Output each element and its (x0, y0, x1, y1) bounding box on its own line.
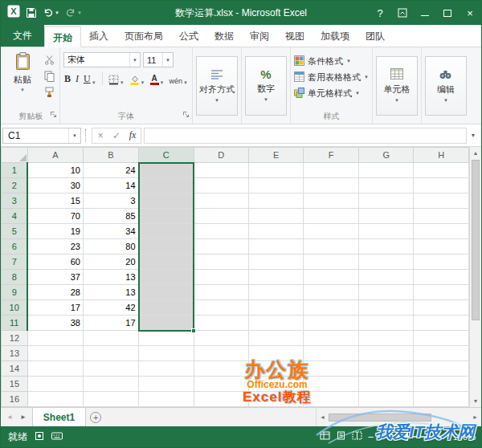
cell-E8[interactable] (249, 270, 304, 285)
cell-E6[interactable] (249, 239, 304, 255)
cell-C15[interactable] (139, 377, 194, 392)
format-as-table-button[interactable]: 套用表格格式 ▼ (294, 70, 369, 84)
cell-D15[interactable] (194, 377, 248, 392)
row-header-14[interactable]: 14 (2, 361, 28, 377)
cell-F2[interactable] (304, 178, 358, 193)
cell-F4[interactable] (304, 209, 358, 224)
excel-app-icon[interactable]: X (7, 5, 20, 21)
cell-E7[interactable] (249, 255, 304, 270)
sheet-nav-next-icon[interactable]: ► (20, 413, 27, 421)
cell-G15[interactable] (358, 377, 414, 392)
cell-E16[interactable] (249, 392, 304, 407)
cell-A17[interactable] (27, 407, 83, 408)
tab-addins[interactable]: 加载项 (312, 26, 357, 47)
tab-page-layout[interactable]: 页面布局 (116, 26, 171, 47)
row-header-3[interactable]: 3 (2, 193, 28, 209)
row-header-11[interactable]: 11 (2, 316, 28, 331)
cell-B15[interactable] (83, 377, 138, 392)
zoom-out-icon[interactable]: − (368, 432, 374, 442)
cell-D17[interactable] (194, 407, 248, 408)
sheet-nav-prev-icon[interactable]: ◄ (6, 413, 13, 421)
cell-G17[interactable] (358, 407, 414, 408)
column-header-A[interactable]: A (27, 148, 83, 163)
cell-H6[interactable] (414, 239, 469, 255)
cell-H10[interactable] (414, 300, 469, 316)
tab-formulas[interactable]: 公式 (171, 26, 206, 47)
column-header-B[interactable]: B (83, 148, 138, 163)
cell-G6[interactable] (358, 239, 414, 255)
cell-G11[interactable] (358, 316, 414, 331)
name-box-dropdown-icon[interactable]: ▼ (68, 128, 80, 143)
cell-A6[interactable]: 23 (27, 239, 83, 255)
cell-H2[interactable] (414, 178, 469, 193)
cell-B6[interactable]: 80 (83, 239, 138, 255)
vertical-scrollbar-thumb[interactable] (472, 160, 480, 320)
italic-button[interactable]: I (75, 71, 80, 85)
tab-file[interactable]: 文件 (1, 25, 44, 47)
formula-input[interactable] (144, 128, 467, 144)
cell-E4[interactable] (249, 209, 304, 224)
phonetic-guide-button[interactable]: wén ▼ (169, 71, 189, 85)
horizontal-scrollbar-thumb[interactable] (329, 413, 431, 422)
cell-G7[interactable] (358, 255, 414, 270)
cell-G8[interactable] (358, 270, 414, 285)
cell-A11[interactable]: 38 (27, 316, 83, 331)
cell-C13[interactable] (139, 346, 194, 361)
paste-button[interactable]: 粘贴 ▼ (6, 51, 39, 111)
cell-F13[interactable] (304, 346, 358, 361)
cell-E13[interactable] (249, 346, 304, 361)
cell-D8[interactable] (194, 270, 248, 285)
cell-E15[interactable] (249, 377, 304, 392)
cell-D9[interactable] (194, 285, 248, 300)
paste-dropdown-icon[interactable]: ▼ (20, 88, 25, 92)
zoom-level[interactable]: 100% (448, 432, 476, 442)
chevron-down-icon[interactable]: ▼ (129, 53, 140, 67)
cell-H3[interactable] (414, 193, 469, 209)
cell-styles-button[interactable]: 单元格样式 ▼ (294, 86, 369, 100)
font-dialog-launcher-icon[interactable] (182, 107, 190, 121)
cell-A5[interactable]: 19 (27, 224, 83, 239)
formula-bar-resize-handle[interactable] (85, 129, 88, 142)
close-button[interactable]: × (459, 1, 481, 25)
tab-view[interactable]: 视图 (277, 26, 312, 47)
cell-D10[interactable] (194, 300, 248, 316)
cell-B9[interactable]: 13 (83, 285, 138, 300)
name-box[interactable]: C1 ▼ (2, 128, 81, 144)
cell-D16[interactable] (194, 392, 248, 407)
column-header-D[interactable]: D (194, 148, 248, 163)
cell-B2[interactable]: 14 (83, 178, 138, 193)
cell-C3[interactable] (139, 193, 194, 209)
cell-C6[interactable] (139, 239, 194, 255)
tab-review[interactable]: 审阅 (242, 26, 277, 47)
cancel-entry-icon[interactable]: × (92, 130, 108, 141)
cell-E10[interactable] (249, 300, 304, 316)
cell-D2[interactable] (194, 178, 248, 193)
cell-B4[interactable]: 85 (83, 209, 138, 224)
row-header-1[interactable]: 1 (2, 163, 28, 178)
cell-D3[interactable] (194, 193, 248, 209)
cell-E3[interactable] (249, 193, 304, 209)
cell-G13[interactable] (358, 346, 414, 361)
cell-F1[interactable] (304, 163, 358, 178)
cut-button[interactable] (42, 54, 56, 66)
tab-home[interactable]: 开始 (44, 26, 81, 47)
column-header-C[interactable]: C (139, 148, 194, 163)
cell-A14[interactable] (27, 361, 83, 377)
cell-C1[interactable] (139, 163, 194, 178)
maximize-button[interactable] (436, 1, 459, 25)
chevron-down-icon[interactable]: ▼ (162, 53, 173, 67)
cell-B12[interactable] (83, 331, 138, 346)
cell-B8[interactable]: 13 (83, 270, 138, 285)
keyboard-icon[interactable] (51, 431, 63, 442)
cell-C9[interactable] (139, 285, 194, 300)
format-painter-button[interactable] (42, 86, 56, 98)
column-header-E[interactable]: E (249, 148, 304, 163)
cell-A15[interactable] (27, 377, 83, 392)
cell-B13[interactable] (83, 346, 138, 361)
redo-button[interactable]: ▼ (65, 8, 82, 18)
cell-A13[interactable] (27, 346, 83, 361)
cell-G5[interactable] (358, 224, 414, 239)
new-sheet-button[interactable]: + (86, 408, 105, 426)
cell-C2[interactable] (139, 178, 194, 193)
cell-H1[interactable] (414, 163, 469, 178)
